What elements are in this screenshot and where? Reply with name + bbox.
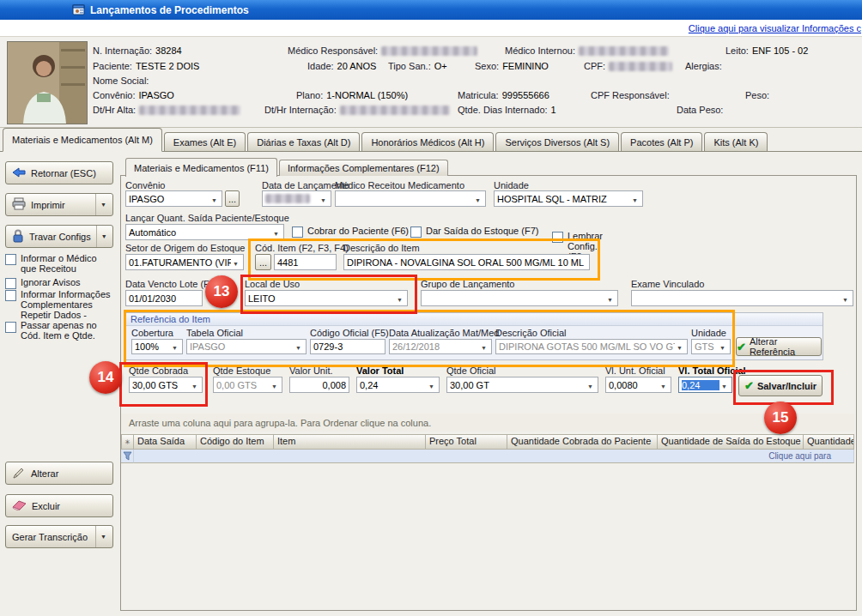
chevron-down-icon[interactable]: [270, 380, 279, 390]
chevron-down-icon[interactable]: [630, 194, 640, 204]
visualizar-informacoes-link[interactable]: Clique aqui para visualizar Informações …: [689, 23, 862, 33]
filter-cell[interactable]: Clique aqui para: [134, 450, 854, 463]
descricao-item-input[interactable]: DIPIRONA - NOVALGINA SOL ORAL 500 MG/ML …: [343, 254, 590, 270]
chevron-down-icon[interactable]: [294, 341, 303, 352]
combo-value: 30,00 GT: [450, 380, 586, 390]
checkbox-icon[interactable]: [5, 278, 16, 289]
chevron-down-icon[interactable]: [659, 380, 668, 390]
tab-pacotes[interactable]: Pacotes (Alt P): [621, 132, 702, 151]
exame-vinculado-combobox[interactable]: [631, 290, 853, 306]
checkbox-dar-saida[interactable]: Dar Saída do Estoque (F7): [410, 226, 538, 238]
dropdown-arrow-icon[interactable]: [95, 526, 106, 547]
chevron-down-icon[interactable]: [209, 194, 219, 204]
lancar-quant-combobox[interactable]: Automático: [125, 224, 284, 240]
field-cpf: CPF:: [584, 61, 672, 71]
dropdown-arrow-icon[interactable]: [96, 226, 107, 247]
vl-unt-oficial-combobox[interactable]: 0,0080: [605, 377, 671, 393]
field-label: Qtde. Dias Internado:: [458, 105, 548, 115]
cod-item-input[interactable]: 4481: [274, 254, 337, 270]
chevron-down-icon[interactable]: [190, 380, 199, 390]
data-atualizacao-combobox[interactable]: 26/12/2018: [389, 339, 492, 354]
qtde-estoque-combobox[interactable]: 0,00 GTS: [213, 377, 282, 393]
field-value: O+: [434, 61, 447, 71]
salvar-incluir-button[interactable]: ✔Salvar/Incluir: [738, 375, 823, 396]
chevron-down-icon[interactable]: [395, 293, 404, 304]
travar-configs-button[interactable]: Travar Configs: [5, 225, 113, 248]
local-uso-label: Local de Uso: [245, 279, 300, 289]
checkbox-icon[interactable]: [410, 226, 422, 238]
checkbox-ignorar-avisos[interactable]: Ignorar Avisos: [5, 277, 112, 289]
tab-diarias-taxas[interactable]: Diárias e Taxas (Alt D): [247, 132, 360, 151]
codigo-oficial-input[interactable]: 0729-3: [310, 339, 385, 354]
chevron-down-icon[interactable]: [231, 257, 240, 268]
excluir-button[interactable]: Excluir: [5, 494, 113, 517]
check-icon: ✔: [737, 341, 746, 353]
tab-servicos-diversos[interactable]: Serviços Diversos (Alt S): [495, 132, 619, 151]
retornar-button[interactable]: Retornar (ESC): [5, 161, 113, 184]
chevron-down-icon[interactable]: [718, 341, 727, 352]
chevron-down-icon[interactable]: [605, 293, 615, 304]
main-panel: Materiais e Medicamentos (F11) Informaçõ…: [118, 152, 862, 616]
chevron-down-icon[interactable]: [427, 380, 436, 390]
inner-tab-materiais-f11[interactable]: Materiais e Medicamentos (F11): [125, 158, 277, 177]
cod-item-browse-button[interactable]: ...: [255, 254, 271, 270]
medico-receitou-combobox[interactable]: [335, 190, 486, 207]
checkbox-informar-medico[interactable]: Informar o Médico que Receitou: [5, 253, 112, 274]
column-header-codigo-item[interactable]: Código do Item: [197, 434, 274, 450]
alterar-button[interactable]: Alterar: [5, 462, 113, 485]
tab-honorarios-medicos[interactable]: Honorários Médicos (Alt H): [361, 132, 494, 151]
column-header-item[interactable]: Item: [274, 434, 426, 450]
grupo-lancamento-combobox[interactable]: [421, 290, 618, 306]
column-header-preco-total[interactable]: Preço Total: [426, 434, 507, 450]
column-header-qtd-saida-estoque[interactable]: Quantidade de Saída do Estoque: [658, 434, 804, 450]
qtde-cobrada-combobox[interactable]: 30,00 GTS: [129, 377, 203, 393]
chevron-down-icon[interactable]: [841, 293, 850, 304]
vl-total-oficial-combobox[interactable]: 0,24: [678, 377, 732, 393]
checkbox-cobrar-paciente[interactable]: Cobrar do Paciente (F6): [292, 226, 409, 238]
checkbox-informar-complementares[interactable]: Informar Informações Complementares: [5, 289, 112, 310]
filter-cell[interactable]: [121, 450, 134, 463]
valor-total-combobox[interactable]: 0,24: [356, 377, 440, 393]
chevron-down-icon[interactable]: [319, 194, 328, 204]
tabela-oficial-combobox[interactable]: IPASGO: [186, 339, 307, 354]
checkbox-icon[interactable]: [5, 254, 16, 265]
tab-materiais-medicamentos[interactable]: Materiais e Medicamentos (Alt M): [3, 128, 162, 152]
valor-unit-input[interactable]: 0,008: [289, 377, 349, 393]
data-lancamento-combobox[interactable]: [262, 190, 331, 207]
descricao-oficial-combobox[interactable]: DIPIRONA GOTAS 500 MG/ML SO VO GT: [495, 339, 688, 354]
chevron-down-icon[interactable]: [170, 341, 179, 352]
qtde-oficial-combobox[interactable]: 30,00 GT: [446, 377, 598, 393]
checkbox-icon[interactable]: [5, 290, 16, 301]
column-header-data-saida[interactable]: Data Saída: [134, 434, 197, 450]
cobertura-combobox[interactable]: 100%: [131, 339, 183, 354]
field-label: Leito:: [725, 45, 749, 56]
chevron-down-icon[interactable]: [675, 341, 684, 352]
convenio-browse-button[interactable]: ...: [225, 190, 240, 207]
chevron-down-icon[interactable]: [271, 227, 281, 238]
dropdown-arrow-icon[interactable]: [95, 194, 106, 215]
checkbox-icon[interactable]: [5, 322, 16, 333]
column-header-qtd-sa[interactable]: Quantidade de Sa: [804, 434, 854, 450]
inner-tab-complementares-f12[interactable]: Informações Complementares (F12): [279, 160, 448, 176]
alterar-referencia-button[interactable]: ✔Alterar Referência: [736, 337, 822, 356]
convenio-combobox[interactable]: IPASGO: [125, 190, 222, 207]
chevron-down-icon[interactable]: [473, 194, 483, 204]
checkbox-icon[interactable]: [292, 226, 303, 238]
checkbox-repetir-dados[interactable]: Repetir Dados - Passar apenas no Cód. It…: [5, 310, 112, 341]
checkbox-icon[interactable]: [552, 232, 563, 243]
column-header-qtd-cobrada[interactable]: Quantidade Cobrada do Paciente: [507, 434, 658, 450]
chevron-down-icon[interactable]: [479, 341, 489, 352]
unidade-combobox[interactable]: HOSPITAL SQL - MATRIZ: [494, 190, 643, 207]
tab-exames[interactable]: Exames (Alt E): [164, 132, 246, 151]
setor-origem-combobox[interactable]: 01.FATURAMENTO (VIR: [125, 254, 244, 270]
data-vencto-input[interactable]: 01/01/2030: [125, 290, 203, 306]
tab-kits[interactable]: Kits (Alt K): [704, 132, 768, 151]
gerar-transcricao-button[interactable]: Gerar Transcrição: [5, 525, 113, 548]
unidade-oficial-combobox[interactable]: GTS: [691, 339, 731, 354]
field-dias-internado: Qtde. Dias Internado:1: [458, 105, 556, 115]
grid-filter-row[interactable]: Clique aqui para: [121, 450, 854, 463]
local-uso-combobox[interactable]: LEITO: [245, 290, 408, 306]
chevron-down-icon[interactable]: [586, 380, 595, 390]
chevron-down-icon[interactable]: [719, 380, 729, 390]
imprimir-button[interactable]: Imprimir: [5, 193, 113, 216]
